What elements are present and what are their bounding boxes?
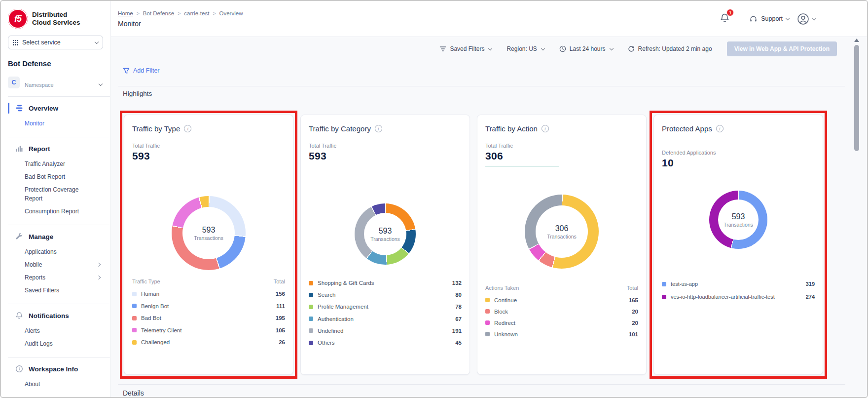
- donut-chart[interactable]: 593Transactions: [172, 196, 246, 270]
- info-icon[interactable]: i: [184, 125, 191, 132]
- overview-icon: [15, 104, 23, 112]
- sidebar-section-notifications[interactable]: Notifications: [1, 304, 110, 323]
- sidebar-section-report[interactable]: Report: [1, 137, 110, 157]
- donut-center-label: Transactions: [547, 234, 577, 239]
- legend-swatch: [662, 282, 666, 286]
- legend-label: Authentication: [318, 316, 354, 322]
- legend-row: test-us-app319: [662, 278, 815, 290]
- notifications-bell-button[interactable]: 1: [720, 13, 733, 25]
- sidebar-item-saved-filters[interactable]: Saved Filters: [1, 284, 110, 297]
- donut-center-label: Transactions: [194, 235, 223, 241]
- page-title: Monitor: [118, 20, 141, 28]
- namespace-label: Namespace: [25, 82, 54, 88]
- legend-row: Unknown101: [485, 328, 638, 340]
- chart-legend: Shopping & Gift Cards132Search80Profile …: [309, 277, 462, 349]
- sidebar-item-label: Monitor: [25, 119, 44, 128]
- chevron-down-icon: [812, 16, 816, 20]
- legend-row: Benign Bot111: [132, 300, 285, 313]
- legend-label: Challenged: [141, 339, 170, 345]
- chevron-down-icon: [99, 82, 103, 86]
- chart-legend: test-us-app319ves-io-http-loadbalancer-a…: [662, 278, 815, 303]
- legend-row: Profile Management78: [309, 301, 462, 313]
- card-title: Traffic by Categoryi: [301, 115, 470, 133]
- clock-icon: [559, 45, 566, 52]
- vertical-scrollbar[interactable]: [854, 39, 860, 397]
- legend-value: 274: [803, 294, 815, 300]
- card-title: Traffic by Actioni: [477, 115, 646, 133]
- view-in-waap-button[interactable]: View in Web App & API Protection: [727, 41, 837, 56]
- legend-label: test-us-app: [671, 281, 698, 287]
- legend-value: 132: [449, 280, 462, 286]
- saved-filters-dropdown[interactable]: Saved Filters: [439, 45, 492, 52]
- legend-header-left: Actions Taken: [485, 285, 519, 291]
- donut-center-value: 593: [202, 226, 216, 235]
- refresh-button[interactable]: Refresh: Updated 2 min ago: [628, 45, 712, 52]
- sidebar-item-applications[interactable]: Applications: [1, 245, 110, 258]
- info-icon[interactable]: i: [375, 125, 382, 132]
- service-selector[interactable]: Select service: [8, 36, 103, 49]
- info-icon: [15, 365, 23, 373]
- legend-header-right: Total: [274, 279, 285, 284]
- sidebar-item-label: Reports: [25, 273, 45, 282]
- namespace-selector[interactable]: C Namespace: [1, 68, 110, 96]
- sidebar-section-label: Workspace Info: [29, 365, 78, 373]
- add-filter-button[interactable]: Add Filter: [123, 67, 160, 74]
- sidebar-item-alerts[interactable]: Alerts: [1, 324, 110, 337]
- sidebar-item-about[interactable]: About: [1, 378, 110, 391]
- chevron-right-icon: [97, 276, 101, 279]
- sidebar-section-children: ApplicationsMobileReportsSaved Filters: [1, 244, 110, 304]
- sidebar-section-workspace-info[interactable]: Workspace Info: [1, 358, 110, 377]
- sidebar-section-label: Overview: [29, 105, 58, 112]
- support-menu[interactable]: Support: [749, 15, 789, 23]
- sidebar-section-overview[interactable]: Overview: [1, 97, 110, 116]
- breadcrumb-item: carrie-test: [184, 10, 209, 16]
- scroll-up-arrow-icon[interactable]: [854, 39, 859, 42]
- sidebar-item-mobile[interactable]: Mobile: [1, 258, 110, 271]
- time-range-dropdown[interactable]: Last 24 hours: [559, 45, 613, 52]
- legend-swatch: [132, 316, 137, 320]
- sidebar-item-audit-logs[interactable]: Audit Logs: [1, 337, 110, 350]
- legend-label: Profile Management: [318, 304, 368, 310]
- sidebar-section-manage[interactable]: Manage: [1, 225, 110, 244]
- region-dropdown[interactable]: Region: US: [506, 45, 544, 52]
- divider: [118, 86, 845, 86]
- legend-value: 111: [273, 303, 285, 309]
- info-icon[interactable]: i: [716, 125, 723, 132]
- legend-value: 191: [449, 328, 462, 334]
- sidebar-section-label: Notifications: [29, 312, 69, 319]
- sidebar-item-protection-coverage-report[interactable]: Protection Coverage Report: [1, 183, 110, 205]
- legend-swatch: [132, 340, 137, 345]
- chart-legend: Traffic TypeTotalHuman156Benign Bot111Ba…: [132, 279, 285, 349]
- header-actions: 1 Support: [720, 1, 816, 37]
- legend-swatch: [485, 332, 490, 336]
- breadcrumb-item: Overview: [219, 10, 243, 16]
- breadcrumb-home-link[interactable]: Home: [118, 10, 133, 16]
- chart-legend: Actions TakenTotalContinue165Block20Redi…: [485, 285, 638, 340]
- legend-swatch: [309, 293, 313, 297]
- legend-row: ves-io-http-loadbalancer-artificial-traf…: [662, 290, 815, 303]
- namespace-avatar: C: [8, 77, 20, 88]
- donut-chart[interactable]: 593Transactions: [355, 203, 416, 265]
- sidebar-item-monitor[interactable]: Monitor: [1, 117, 110, 130]
- legend-value: 156: [273, 291, 285, 297]
- scrollbar-thumb[interactable]: [854, 45, 859, 151]
- legend-value: 101: [626, 331, 638, 337]
- metric-value: 306: [477, 149, 646, 162]
- sidebar-item-consumption-report[interactable]: Consumption Report: [1, 205, 110, 218]
- sidebar-item-bad-bot-report[interactable]: Bad Bot Report: [1, 170, 110, 183]
- legend-swatch: [132, 304, 137, 308]
- donut-chart[interactable]: 593Transactions: [709, 191, 767, 249]
- legend-header-right: Total: [627, 285, 638, 291]
- legend-swatch: [309, 281, 313, 285]
- user-account-menu[interactable]: [797, 13, 816, 25]
- sidebar-item-label: Traffic Analyzer: [25, 159, 65, 168]
- sidebar-item-traffic-analyzer[interactable]: Traffic Analyzer: [1, 158, 110, 170]
- info-icon[interactable]: i: [542, 125, 549, 132]
- sidebar-section-children: About: [1, 377, 110, 398]
- donut-chart[interactable]: 306Transactions: [525, 195, 599, 269]
- legend-swatch: [485, 298, 490, 302]
- grid-icon: [13, 40, 18, 45]
- donut-center: 593Transactions: [364, 213, 406, 255]
- sidebar: f5 Distributed Cloud Services Select ser…: [1, 1, 110, 397]
- sidebar-item-reports[interactable]: Reports: [1, 271, 110, 284]
